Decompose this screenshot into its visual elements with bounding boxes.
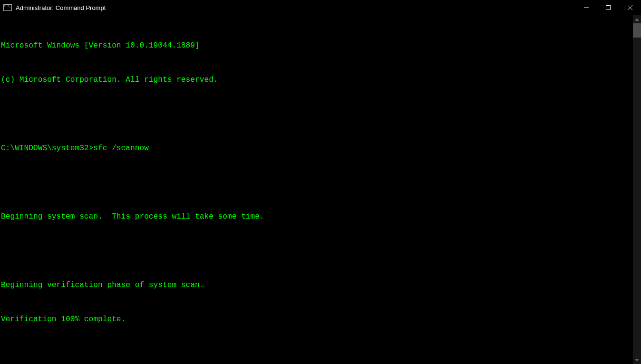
window-title: Administrator: Command Prompt	[16, 4, 106, 11]
svg-rect-0	[606, 6, 611, 10]
output-line	[1, 348, 632, 359]
scroll-up-button[interactable]	[633, 15, 641, 23]
close-button[interactable]	[619, 0, 641, 15]
minimize-icon	[584, 5, 589, 10]
prompt-line: C:\WINDOWS\system32>sfc /scannow	[1, 143, 632, 154]
output-line	[1, 245, 632, 257]
command-text: sfc /scannow	[93, 144, 149, 153]
window-titlebar[interactable]: Administrator: Command Prompt	[0, 0, 641, 15]
window-controls	[575, 0, 641, 15]
minimize-button[interactable]	[575, 0, 597, 15]
output-line: Microsoft Windows [Version 10.0.19044.18…	[1, 40, 632, 51]
cmd-icon	[3, 4, 12, 11]
scroll-track[interactable]	[633, 23, 641, 356]
scroll-thumb[interactable]	[633, 23, 641, 38]
terminal-output[interactable]: Microsoft Windows [Version 10.0.19044.18…	[0, 15, 633, 364]
output-line	[1, 177, 632, 188]
scroll-down-button[interactable]	[633, 356, 641, 364]
output-line: Verification 100% complete.	[1, 314, 632, 325]
prompt: C:\WINDOWS\system32>	[1, 144, 93, 153]
scroll-down-icon	[635, 359, 639, 362]
output-line	[1, 108, 632, 120]
close-icon	[628, 5, 632, 10]
output-line: Beginning verification phase of system s…	[1, 279, 632, 291]
maximize-button[interactable]	[597, 0, 619, 15]
vertical-scrollbar[interactable]	[633, 15, 641, 364]
output-line: (c) Microsoft Corporation. All rights re…	[1, 74, 632, 86]
terminal-body: Microsoft Windows [Version 10.0.19044.18…	[0, 15, 641, 364]
scroll-up-icon	[635, 18, 639, 21]
output-line: Beginning system scan. This process will…	[1, 211, 632, 222]
maximize-icon	[606, 5, 611, 10]
